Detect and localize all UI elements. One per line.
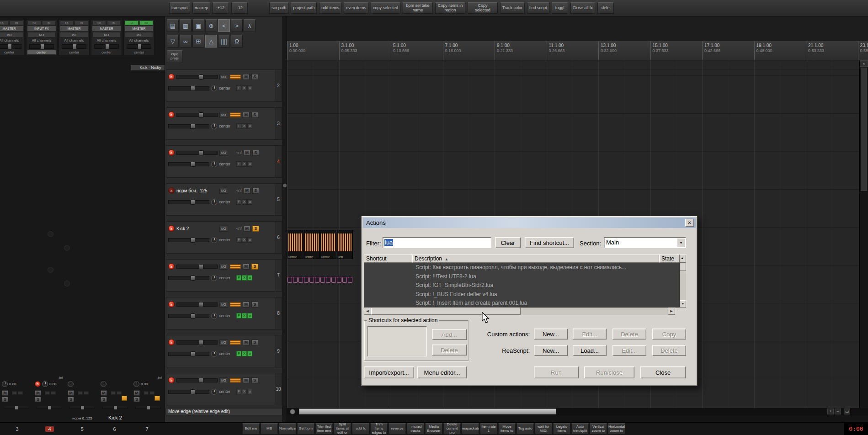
find-shortcut-button[interactable]: Find shortcut... [525,237,574,248]
attach-icon[interactable]: ⊕ [205,19,217,32]
track-panel[interactable]: a I/O M S center [166,373,282,405]
track-panel[interactable]: a I/O M S center [166,69,282,102]
io-button[interactable]: I/O [219,377,228,383]
action-toolbar-button[interactable]: item rate 1 [480,423,497,435]
scroll-up-icon[interactable]: ▲ [680,255,686,263]
volume-fader[interactable] [168,314,209,318]
column-description[interactable]: Description▲ [412,255,659,263]
audio-clip[interactable]: untitle... [304,230,320,259]
toolbar-button[interactable]: project path [291,2,317,14]
solo-button[interactable]: S [251,377,258,383]
io-button[interactable]: I/O [219,150,228,156]
mute-button[interactable]: M [35,390,41,396]
solo-button[interactable]: S [101,397,107,402]
fx-button[interactable]: F [236,123,241,129]
midi-item[interactable] [342,277,347,283]
custom-new-button[interactable]: New... [534,329,568,340]
mixer-strip[interactable]: FX IN MASTER I/O All channels center [0,19,25,56]
fx-bypass-button[interactable]: X [242,123,247,129]
strip-fx-button[interactable]: U [125,21,138,25]
toolbar-button[interactable]: defe [597,2,614,14]
link-tool-icon[interactable]: ∞ [180,35,192,48]
strip-pan-slider[interactable] [4,406,29,409]
mixer-bottom-strip[interactable]: -inf 0.00 M S [133,376,164,421]
volume-fader[interactable] [168,162,209,166]
dialog-titlebar[interactable]: Actions ✕ [363,218,696,228]
toolbar-button[interactable]: мастер [192,2,211,14]
toolbar-button[interactable]: Track color [500,2,525,14]
action-list-row[interactable]: Script: !GT_SimpleBtn-Sldr2.lua [364,281,679,290]
volume-fader[interactable] [168,238,209,242]
run-button[interactable]: Run [534,366,579,378]
strip-fx-button[interactable]: FX [92,21,106,25]
column-shortcut[interactable]: Shortcut [364,255,412,263]
vertical-scrollbar[interactable]: ▲ [859,60,868,408]
pan-knob[interactable] [211,237,217,243]
io-button[interactable]: I/O [219,112,228,118]
reascript-load-button[interactable]: Load... [573,345,607,356]
track-panel[interactable]: a I/O M S center [166,107,282,140]
mute-button[interactable]: M [2,390,8,396]
midi-item[interactable] [320,277,325,283]
strip-mini-button[interactable] [78,391,83,395]
toolbar-button[interactable]: odd items [319,2,341,14]
strip-fx-button[interactable]: FX [27,21,41,25]
action-toolbar-button[interactable]: Set bpm [297,423,314,435]
fx-bypass-button[interactable]: X [242,389,247,394]
custom-edit-button[interactable]: Edit... [573,329,607,340]
action-toolbar-button[interactable]: - muted tracks [407,423,424,435]
mute-button[interactable]: M [243,302,250,308]
midi-item[interactable] [326,277,330,283]
action-toolbar-button[interactable]: Move items to [498,423,516,435]
midi-item[interactable] [337,277,341,283]
pan-knob[interactable] [2,381,8,387]
fx-util-button[interactable]: u [247,85,252,91]
solo-active-chip[interactable] [154,396,160,401]
track-panel[interactable]: a норм боч...125 I/O -inf M S [166,183,282,216]
mute-button[interactable]: M [244,150,250,156]
list-scroll-thumb[interactable] [680,263,686,271]
mute-button[interactable]: M [243,264,250,270]
action-toolbar-button[interactable]: reapackab [462,423,479,435]
shortcuts-listbox[interactable] [367,326,427,356]
fx-util-button[interactable]: u [247,351,252,356]
action-toolbar-button[interactable]: Normalize [279,423,296,435]
strip-input-button[interactable]: FX [139,21,153,25]
timeline-ruler[interactable]: 1.00 0:00.000 3.1.00 0:05.333 5.1.00 0:1… [287,41,868,60]
volume-fader[interactable] [168,352,209,356]
mixer-track-number[interactable]: 6 [98,423,131,435]
close-button[interactable]: Close [640,366,686,378]
zoom-out-icon[interactable]: − [835,408,841,414]
solo-button[interactable]: S [252,226,259,232]
record-arm-button[interactable]: a [35,381,41,387]
mixer-bottom-strip[interactable]: 0.00 M S [1,376,32,421]
io-button[interactable]: I/O [219,302,228,308]
horizontal-scroll-thumb[interactable] [299,408,556,414]
mute-button[interactable]: M [243,340,250,345]
volume-fader[interactable] [176,75,218,79]
fx-button[interactable]: F [236,161,241,167]
filter-tool-icon[interactable]: ▽ [167,35,179,48]
mute-button[interactable]: M [133,390,140,396]
undo-icon[interactable]: < [218,19,230,32]
pan-knob[interactable] [42,381,48,387]
mute-button[interactable]: M [101,390,107,396]
pan-knob[interactable] [211,85,217,91]
custom-copy-button[interactable]: Copy [652,329,686,340]
action-toolbar-button[interactable]: Trim first item end [315,423,333,435]
toolbar-button[interactable]: copy selected [371,2,400,14]
strip-fader[interactable] [127,44,151,49]
volume-fader[interactable] [176,378,218,382]
volume-fader[interactable] [176,265,218,269]
solo-button[interactable]: S [251,74,258,80]
pan-knob[interactable] [211,313,217,319]
strip-fx-button[interactable]: FX [0,21,9,25]
new-project-icon[interactable]: ▤ [167,19,179,32]
track-panel[interactable]: a I/O M S center [166,259,282,292]
list-hscroll-thumb[interactable] [371,308,521,315]
toolbar-button[interactable]: +12 [213,2,229,14]
action-toolbar-button[interactable]: reverse [389,423,406,435]
mixer-bottom-strip[interactable]: M S норм 6..125 [67,376,98,421]
reascript-new-button[interactable]: New... [534,345,568,356]
close-icon[interactable]: ✕ [685,219,694,227]
